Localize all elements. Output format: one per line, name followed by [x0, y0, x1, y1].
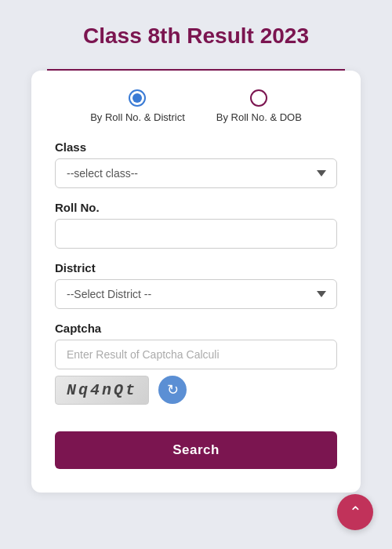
scroll-to-top-button[interactable]: ⌃: [337, 494, 373, 530]
search-button[interactable]: Search: [55, 431, 337, 469]
captcha-label: Captcha: [55, 322, 337, 335]
district-select[interactable]: --Select District --: [55, 279, 337, 309]
class-select[interactable]: --select class--: [55, 158, 337, 188]
captcha-row: Nq4nQt ↻: [55, 376, 337, 405]
district-label: District: [55, 261, 337, 274]
district-select-wrapper: --Select District --: [55, 279, 337, 309]
page-title: Class 8th Result 2023: [0, 0, 392, 64]
radio-option-roll-dob[interactable]: By Roll No. & DOB: [216, 89, 302, 125]
captcha-field-group: Captcha Nq4nQt ↻: [55, 322, 337, 405]
radio-circle-roll-dob[interactable]: [250, 89, 267, 107]
captcha-input[interactable]: [55, 340, 337, 369]
class-select-wrapper: --select class--: [55, 158, 337, 188]
refresh-icon: ↻: [167, 381, 179, 398]
rollno-input[interactable]: [55, 219, 337, 249]
search-type-radio-group: By Roll No. & District By Roll No. & DOB: [55, 89, 337, 125]
radio-label-roll-district: By Roll No. & District: [90, 111, 185, 125]
radio-option-roll-district[interactable]: By Roll No. & District: [90, 89, 185, 125]
captcha-image: Nq4nQt: [55, 376, 149, 405]
district-field-group: District --Select District --: [55, 261, 337, 309]
chevron-up-icon: ⌃: [349, 503, 362, 522]
radio-label-roll-dob: By Roll No. & DOB: [216, 111, 302, 125]
class-field-group: Class --select class--: [55, 140, 337, 188]
rollno-label: Roll No.: [55, 201, 337, 214]
result-form-card: By Roll No. & District By Roll No. & DOB…: [31, 71, 361, 493]
captcha-refresh-button[interactable]: ↻: [158, 376, 187, 404]
radio-circle-roll-district[interactable]: [129, 89, 146, 107]
rollno-field-group: Roll No.: [55, 201, 337, 249]
class-label: Class: [55, 140, 337, 154]
